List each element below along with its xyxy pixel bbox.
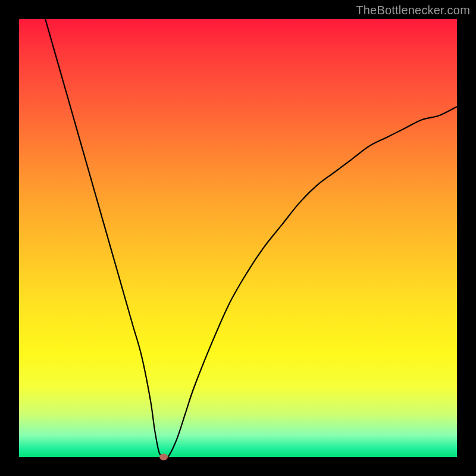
bottleneck-curve (19, 19, 457, 457)
plot-area (19, 19, 457, 457)
optimum-marker (159, 454, 168, 461)
watermark-text: TheBottlenecker.com (356, 4, 470, 17)
chart-frame: TheBottlenecker.com (0, 0, 476, 476)
